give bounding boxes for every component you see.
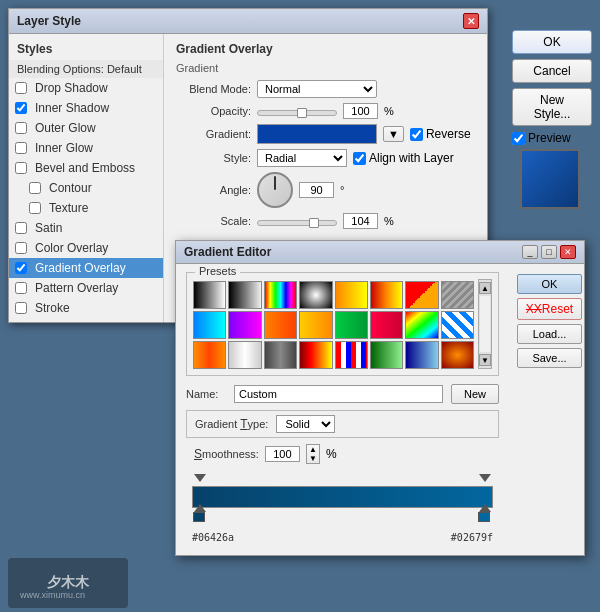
- smoothness-stepper[interactable]: ▲▼: [306, 444, 320, 464]
- scale-thumb[interactable]: [309, 218, 319, 228]
- preset-24[interactable]: [441, 341, 474, 369]
- inner-shadow-checkbox[interactable]: [15, 102, 27, 114]
- preset-10[interactable]: [228, 311, 261, 339]
- sidebar-item-outer-glow[interactable]: Outer Glow: [9, 118, 163, 138]
- scale-input[interactable]: [343, 213, 378, 229]
- preset-22[interactable]: [370, 341, 403, 369]
- gradient-type-select[interactable]: Solid Noise: [276, 415, 335, 433]
- preset-20[interactable]: [299, 341, 332, 369]
- preset-15[interactable]: [405, 311, 438, 339]
- align-layer-checkbox[interactable]: [353, 152, 366, 165]
- ok-button[interactable]: OK: [512, 30, 592, 54]
- satin-checkbox[interactable]: [15, 222, 27, 234]
- new-button[interactable]: New: [451, 384, 499, 404]
- presets-scrollbar: ▲ ▼: [478, 279, 492, 369]
- cancel-button[interactable]: Cancel: [512, 59, 592, 83]
- preset-19[interactable]: [264, 341, 297, 369]
- preset-8[interactable]: [441, 281, 474, 309]
- maximize-icon[interactable]: □: [541, 245, 557, 259]
- reverse-checkbox[interactable]: [410, 128, 423, 141]
- blend-mode-row: Blend Mode: Normal: [176, 80, 475, 98]
- new-style-button[interactable]: New Style...: [512, 88, 592, 126]
- gradient-swatch[interactable]: [257, 124, 377, 144]
- gradient-arrow-btn[interactable]: ▼: [383, 126, 404, 142]
- ge-reset-button[interactable]: XXReset: [517, 298, 582, 320]
- contour-checkbox[interactable]: [29, 182, 41, 194]
- stroke-checkbox[interactable]: [15, 302, 27, 314]
- scale-percent: %: [384, 215, 394, 227]
- blend-options-header[interactable]: Blending Options: Default: [9, 60, 163, 78]
- preset-7[interactable]: [405, 281, 438, 309]
- smoothness-input[interactable]: [265, 446, 300, 462]
- ge-ok-button[interactable]: OK: [517, 274, 582, 294]
- sidebar-item-color-overlay[interactable]: Color Overlay: [9, 238, 163, 258]
- inner-glow-checkbox[interactable]: [15, 142, 27, 154]
- watermark: 夕木木 www.ximumu.cn: [8, 558, 128, 608]
- sidebar-item-drop-shadow[interactable]: Drop Shadow: [9, 78, 163, 98]
- close-icon[interactable]: ✕: [560, 245, 576, 259]
- pattern-overlay-checkbox[interactable]: [15, 282, 27, 294]
- minimize-icon[interactable]: _: [522, 245, 538, 259]
- preset-3[interactable]: [264, 281, 297, 309]
- preset-18[interactable]: [228, 341, 261, 369]
- name-label: Name:: [186, 388, 226, 400]
- name-input[interactable]: [234, 385, 443, 403]
- sidebar-item-satin[interactable]: Satin: [9, 218, 163, 238]
- preset-16[interactable]: [441, 311, 474, 339]
- scale-slider[interactable]: [257, 220, 337, 226]
- gradient-bar[interactable]: [192, 486, 493, 508]
- texture-checkbox[interactable]: [29, 202, 41, 214]
- sidebar-item-contour[interactable]: Contour: [9, 178, 163, 198]
- angle-input[interactable]: [299, 182, 334, 198]
- sidebar-item-stroke[interactable]: Stroke: [9, 298, 163, 318]
- reverse-label: Reverse: [410, 127, 471, 141]
- opacity-stop-right[interactable]: [479, 474, 491, 482]
- preset-12[interactable]: [299, 311, 332, 339]
- color-overlay-checkbox[interactable]: [15, 242, 27, 254]
- blend-mode-select[interactable]: Normal: [257, 80, 377, 98]
- gradient-row: Gradient: ▼ Reverse: [176, 124, 475, 144]
- preset-5[interactable]: [335, 281, 368, 309]
- opacity-stops: [192, 472, 493, 486]
- scroll-up-btn[interactable]: ▲: [479, 282, 491, 294]
- preset-6[interactable]: [370, 281, 403, 309]
- preview-checkbox[interactable]: [512, 132, 525, 145]
- drop-shadow-checkbox[interactable]: [15, 82, 27, 94]
- preview-box: [520, 149, 580, 209]
- smoothness-label: Smoothness:: [194, 447, 259, 461]
- preset-17[interactable]: [193, 341, 226, 369]
- preset-13[interactable]: [335, 311, 368, 339]
- sidebar-item-pattern-overlay[interactable]: Pattern Overlay: [9, 278, 163, 298]
- opacity-stop-left[interactable]: [194, 474, 206, 482]
- scroll-down-btn[interactable]: ▼: [479, 354, 491, 366]
- color-stop-left[interactable]: [194, 504, 206, 522]
- color-stop-right[interactable]: [479, 504, 491, 522]
- preset-23[interactable]: [405, 341, 438, 369]
- style-select[interactable]: Radial: [257, 149, 347, 167]
- opacity-input[interactable]: [343, 103, 378, 119]
- bevel-emboss-checkbox[interactable]: [15, 162, 27, 174]
- angle-container: °: [257, 172, 344, 208]
- gradient-overlay-checkbox[interactable]: [15, 262, 27, 274]
- outer-glow-checkbox[interactable]: [15, 122, 27, 134]
- ge-load-button[interactable]: Load...: [517, 324, 582, 344]
- sidebar-item-bevel-emboss[interactable]: Bevel and Emboss: [9, 158, 163, 178]
- sidebar-item-inner-glow[interactable]: Inner Glow: [9, 138, 163, 158]
- opacity-thumb[interactable]: [297, 108, 307, 118]
- sidebar-item-texture[interactable]: Texture: [9, 198, 163, 218]
- opacity-slider[interactable]: [257, 110, 337, 116]
- preset-9[interactable]: [193, 311, 226, 339]
- preset-2[interactable]: [228, 281, 261, 309]
- preset-4[interactable]: [299, 281, 332, 309]
- preset-1[interactable]: [193, 281, 226, 309]
- close-icon[interactable]: ✕: [463, 13, 479, 29]
- preset-11[interactable]: [264, 311, 297, 339]
- sidebar-item-inner-shadow[interactable]: Inner Shadow: [9, 98, 163, 118]
- angle-dial[interactable]: [257, 172, 293, 208]
- smoothness-row: Smoothness: ▲▼ %: [186, 444, 499, 464]
- sidebar-item-gradient-overlay[interactable]: Gradient Overlay: [9, 258, 163, 278]
- ge-save-button[interactable]: Save...: [517, 348, 582, 368]
- preset-21[interactable]: [335, 341, 368, 369]
- ge-window-controls: _ □ ✕: [522, 245, 576, 259]
- preset-14[interactable]: [370, 311, 403, 339]
